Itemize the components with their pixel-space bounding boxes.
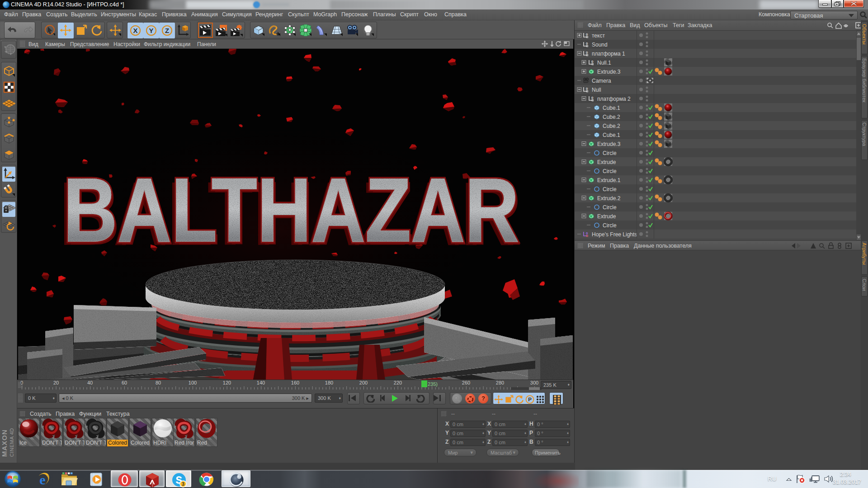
svg-text:Sound: Sound xyxy=(592,42,608,48)
svg-text:0: 0 xyxy=(586,42,588,46)
svg-text:0: 0 xyxy=(586,33,588,37)
svg-text:платформа 1: платформа 1 xyxy=(592,51,625,57)
svg-text:0: 0 xyxy=(586,231,588,235)
svg-text:Extrude.3: Extrude.3 xyxy=(597,69,621,75)
svg-text:180: 180 xyxy=(325,380,333,385)
svg-text:Cube.2: Cube.2 xyxy=(603,114,620,120)
svg-text:Hope's Free Lights: Hope's Free Lights xyxy=(592,231,637,238)
svg-text:0: 0 xyxy=(586,51,588,55)
svg-text:текст: текст xyxy=(592,33,605,39)
svg-text:280: 280 xyxy=(496,380,504,385)
svg-text:Extrude: Extrude xyxy=(597,213,616,220)
svg-text:X: X xyxy=(133,27,137,34)
svg-text:120: 120 xyxy=(223,380,231,385)
svg-text:Cube.1: Cube.1 xyxy=(603,132,620,138)
svg-text:260: 260 xyxy=(462,380,470,385)
svg-text:Z: Z xyxy=(165,27,169,34)
svg-text:Camera: Camera xyxy=(592,78,611,84)
svg-text:3: 3 xyxy=(182,482,184,487)
svg-text:0: 0 xyxy=(591,96,594,100)
svg-text:Extrude.3: Extrude.3 xyxy=(597,141,621,147)
svg-text:P: P xyxy=(528,397,532,402)
svg-text:Circle: Circle xyxy=(603,222,617,229)
svg-text:Extrude: Extrude xyxy=(597,159,616,165)
svg-text:Y: Y xyxy=(149,27,153,34)
svg-text:80: 80 xyxy=(156,380,161,385)
svg-text:60: 60 xyxy=(122,380,127,385)
svg-text:20: 20 xyxy=(53,380,59,385)
svg-text:0: 0 xyxy=(586,87,588,91)
svg-text:BALTHAZAR: BALTHAZAR xyxy=(63,160,519,260)
svg-text:Null: Null xyxy=(592,87,601,93)
svg-text:Circle: Circle xyxy=(603,204,617,211)
svg-text:140: 140 xyxy=(257,380,265,385)
svg-text:200: 200 xyxy=(359,380,368,385)
svg-text:Extrude.2: Extrude.2 xyxy=(597,195,621,202)
svg-text:220: 220 xyxy=(394,380,402,385)
svg-text:Null.1: Null.1 xyxy=(597,60,611,66)
svg-text:300: 300 xyxy=(530,380,538,385)
svg-text:Circle: Circle xyxy=(603,150,617,156)
svg-text:Circle: Circle xyxy=(603,186,617,192)
svg-text:Circle: Circle xyxy=(603,168,617,174)
svg-text:Cube.1: Cube.1 xyxy=(603,105,620,111)
svg-text:160: 160 xyxy=(291,380,299,385)
svg-text:40: 40 xyxy=(87,380,93,385)
svg-text:платформа 2: платформа 2 xyxy=(597,96,631,102)
svg-text:100: 100 xyxy=(189,380,197,385)
svg-text:0: 0 xyxy=(591,60,594,64)
svg-text:Cube.2: Cube.2 xyxy=(603,123,620,129)
svg-text:Extrude.1: Extrude.1 xyxy=(597,177,621,183)
